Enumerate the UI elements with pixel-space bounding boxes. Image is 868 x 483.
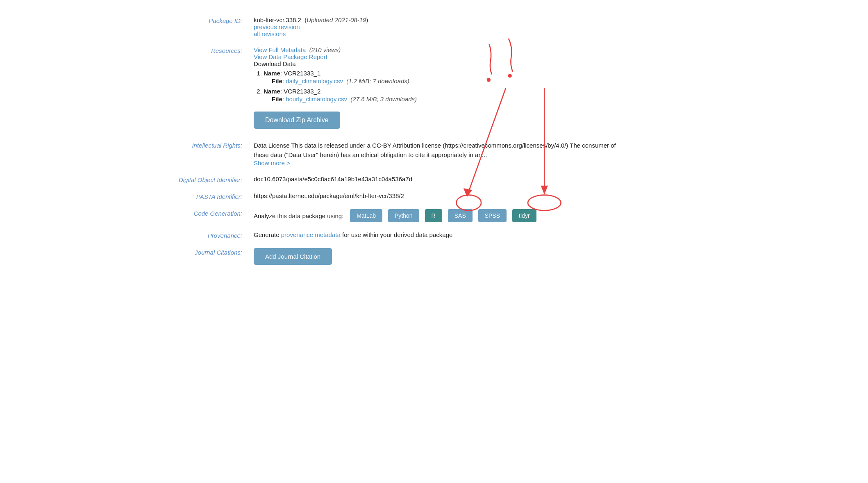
spss-button[interactable]: SPSS bbox=[478, 209, 507, 222]
pasta-row: PASTA Identifier: https://pasta.lternet.… bbox=[147, 192, 721, 200]
package-id-row: Package ID: knb-lter-vcr.338.2 (Uploaded… bbox=[147, 16, 721, 37]
journal-citations-row: Journal Citations: Add Journal Citation bbox=[147, 248, 721, 265]
intellectual-rights-value: Data License This data is released under… bbox=[254, 141, 721, 166]
previous-revision-link[interactable]: previous revision bbox=[254, 23, 300, 30]
provenance-row: Provenance: Generate provenance metadata… bbox=[147, 231, 721, 239]
view-full-metadata-container: View Full Metadata (210 views) bbox=[254, 46, 721, 53]
data-file-list: Name: VCR21333_1 File: daily_climatology… bbox=[254, 70, 721, 103]
intellectual-rights-text: Data License This data is released under… bbox=[254, 141, 623, 159]
file-link-2[interactable]: hourly_climatology.csv bbox=[286, 96, 347, 103]
package-id-value: knb-lter-vcr.338.2 (Uploaded 2021-08-19)… bbox=[254, 16, 721, 37]
r-button[interactable]: R bbox=[425, 209, 442, 222]
code-buttons-container: Analyze this data package using: MatLab … bbox=[254, 209, 721, 222]
view-full-metadata-link[interactable]: View Full Metadata bbox=[254, 46, 307, 53]
file-link-1[interactable]: daily_climatology.csv bbox=[286, 77, 343, 84]
data-file-item-2: Name: VCR21333_2 File: hourly_climatolog… bbox=[264, 88, 721, 103]
all-revisions-link[interactable]: all revisions bbox=[254, 30, 286, 37]
code-generation-value: Analyze this data package using: MatLab … bbox=[254, 209, 721, 222]
matlab-button[interactable]: MatLab bbox=[350, 209, 382, 222]
doi-value: doi:10.6073/pasta/e5c0c8ac614a19b1e43a31… bbox=[254, 175, 721, 182]
provenance-metadata-link[interactable]: provenance metadata bbox=[281, 231, 341, 238]
journal-citations-label: Journal Citations: bbox=[147, 248, 254, 256]
package-id-text: knb-lter-vcr.338.2 (Uploaded 2021-08-19) bbox=[254, 16, 368, 23]
intellectual-rights-label: Intellectual Rights: bbox=[147, 141, 254, 149]
journal-citations-value: Add Journal Citation bbox=[254, 248, 721, 265]
code-generation-row: Code Generation: Analyze this data packa… bbox=[147, 209, 721, 222]
view-count: (210 views) bbox=[307, 46, 341, 53]
resources-value: View Full Metadata (210 views) View Data… bbox=[254, 46, 721, 132]
sas-button[interactable]: SAS bbox=[448, 209, 473, 222]
provenance-value: Generate provenance metadata for use wit… bbox=[254, 231, 721, 238]
resources-label: Resources: bbox=[147, 46, 254, 54]
add-journal-citation-button[interactable]: Add Journal Citation bbox=[254, 248, 332, 265]
show-more-link[interactable]: Show more > bbox=[254, 159, 290, 166]
doi-label: Digital Object Identifier: bbox=[147, 175, 254, 183]
view-data-package-report-link[interactable]: View Data Package Report bbox=[254, 53, 327, 60]
intellectual-rights-row: Intellectual Rights: Data License This d… bbox=[147, 141, 721, 166]
pasta-label: PASTA Identifier: bbox=[147, 192, 254, 200]
download-data-label: Download Data bbox=[254, 60, 721, 67]
download-zip-button[interactable]: Download Zip Archive bbox=[254, 112, 340, 129]
tidyr-button[interactable]: tidyr bbox=[512, 209, 536, 222]
code-generation-label: Code Generation: bbox=[147, 209, 254, 217]
provenance-label: Provenance: bbox=[147, 231, 254, 239]
doi-row: Digital Object Identifier: doi:10.6073/p… bbox=[147, 175, 721, 183]
python-button[interactable]: Python bbox=[388, 209, 419, 222]
package-id-label: Package ID: bbox=[147, 16, 254, 24]
pasta-value: https://pasta.lternet.edu/package/eml/kn… bbox=[254, 192, 721, 199]
resources-row: Resources: View Full Metadata (210 views… bbox=[147, 46, 721, 132]
page-container: Package ID: knb-lter-vcr.338.2 (Uploaded… bbox=[147, 16, 721, 265]
view-report-container: View Data Package Report bbox=[254, 53, 721, 60]
analyze-text: Analyze this data package using: bbox=[254, 212, 343, 219]
data-file-item-1: Name: VCR21333_1 File: daily_climatology… bbox=[264, 70, 721, 84]
